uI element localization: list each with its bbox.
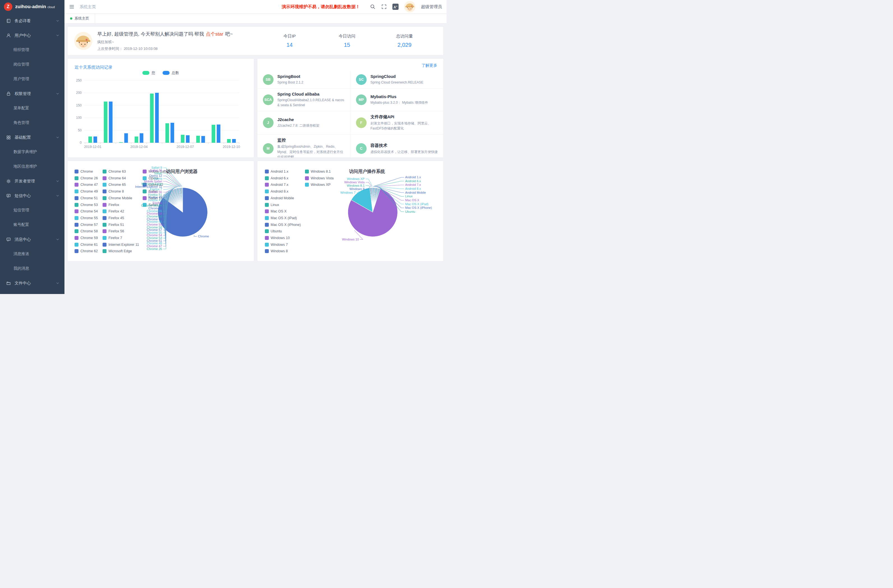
legend-item-Android 7.x[interactable]: Android 7.x (265, 183, 289, 186)
legend-color-swatch (162, 71, 170, 75)
legend-item-Android Mobile[interactable]: Android Mobile (265, 196, 294, 200)
greeting-prefix: 早上好, 超级管理员, 今天帮别人解决问题了吗 帮我 (97, 32, 205, 37)
legend-item-Safari[interactable]: Safari (143, 189, 158, 193)
legend-item-Chrome 51[interactable]: Chrome 51 (75, 196, 98, 200)
fullscreen-icon[interactable] (381, 4, 387, 9)
legend-item-Chrome 58[interactable]: Chrome 58 (75, 229, 98, 233)
sidebar-item-label: 短信中心 (15, 193, 56, 199)
legend-item-Firefox 51[interactable]: Firefox 51 (102, 223, 124, 227)
legend-item-Android 8.x[interactable]: Android 8.x (265, 189, 289, 193)
legend-item-Chrome 55[interactable]: Chrome 55 (75, 216, 98, 220)
legend-item-Opera[interactable]: Opera (143, 176, 158, 180)
stat-today-visits: 今日访问 15 (336, 34, 358, 48)
legend-item-Chrome 61[interactable]: Chrome 61 (75, 243, 98, 247)
legend-item-您[interactable]: 您 (142, 70, 155, 75)
sidebar-subitem[interactable]: 消息推送 (0, 247, 65, 261)
legend-item-Windows XP[interactable]: Windows XP (305, 183, 331, 186)
legend-item-Chrome 26[interactable]: Chrome 26 (75, 176, 98, 180)
legend-label: Mobile Safari (149, 170, 169, 173)
collapse-sidebar-icon[interactable] (69, 4, 75, 9)
sidebar-subitem[interactable]: 菜单配置 (0, 101, 65, 116)
sidebar-subitem[interactable]: 我的消息 (0, 261, 65, 276)
sidebar-subitem[interactable]: 数据字典维护 (0, 144, 65, 159)
pie-slice-Chrome 49 (164, 195, 182, 212)
sidebar-item-3[interactable]: 基础配置 (0, 130, 65, 144)
legend-item-Chrome 59[interactable]: Chrome 59 (75, 236, 98, 240)
legend-item-Opera 12[interactable]: Opera 12 (143, 183, 163, 186)
legend-item-Chrome 63[interactable]: Chrome 63 (102, 170, 126, 173)
legend-item-Android 6.x[interactable]: Android 6.x (265, 176, 289, 180)
legend-item-Chrome 47[interactable]: Chrome 47 (75, 183, 98, 186)
legend-item-Chrome 64[interactable]: Chrome 64 (102, 176, 126, 180)
pie-callout-label: Mac OS X (405, 199, 419, 202)
star-link[interactable]: 点个star (206, 32, 223, 37)
greeting-card: 早上好, 超级管理员, 今天帮别人解决问题了吗 帮我 点个star 吧~ 疯狂加… (67, 26, 444, 56)
legend-item-Linux[interactable]: Linux (265, 203, 279, 207)
pie-slice-Firefox 56 (176, 189, 183, 212)
sidebar-subitem[interactable]: 角色管理 (0, 116, 65, 130)
legend-item-总数[interactable]: 总数 (162, 70, 179, 75)
legend-label: Firefox 51 (108, 223, 124, 227)
greeting-suffix: 吧~ (224, 32, 233, 37)
legend-item-Firefox 42[interactable]: Firefox 42 (102, 209, 124, 213)
sidebar-item-1[interactable]: 用户中心 (0, 28, 65, 43)
search-icon[interactable] (370, 4, 376, 9)
legend-item-Chrome 53[interactable]: Chrome 53 (75, 203, 98, 207)
legend-item-Chrome 49[interactable]: Chrome 49 (75, 189, 98, 193)
legend-item-Android 1.x[interactable]: Android 1.x (265, 170, 289, 173)
legend-item-Firefox 56[interactable]: Firefox 56 (102, 229, 124, 233)
tab-home[interactable]: 系统主页 (65, 14, 95, 23)
breadcrumb[interactable]: 系统主页 (80, 4, 96, 9)
legend-label: Windows 8 (271, 249, 288, 253)
sidebar-item-7[interactable]: 文件中心 (0, 276, 65, 290)
legend-item-Windows 10[interactable]: Windows 10 (265, 236, 290, 240)
legend-item-Chrome Mobile[interactable]: Chrome Mobile (102, 196, 132, 200)
legend-item-Firefox[interactable]: Firefox (102, 203, 119, 207)
pie-slice-Android 6.x (373, 188, 374, 212)
legend-item-Mac OS X (iPhone)[interactable]: Mac OS X (iPhone) (265, 223, 301, 227)
legend-item-Firefox 45[interactable]: Firefox 45 (102, 216, 124, 220)
username[interactable]: 超级管理员 (421, 4, 442, 9)
sidebar-item-6[interactable]: 消息中心 (0, 232, 65, 247)
sidebar-subitem[interactable]: 短信管理 (0, 203, 65, 218)
legend-item-Internet Explorer 11[interactable]: Internet Explorer 11 (102, 243, 139, 247)
sidebar-subitem[interactable]: 组织管理 (0, 43, 65, 57)
legend-item-Chrome[interactable]: Chrome (75, 170, 93, 173)
legend-item-Windows 7[interactable]: Windows 7 (265, 243, 288, 247)
logo-icon: Z (4, 3, 12, 11)
legend-item-Mobile Safari[interactable]: Mobile Safari (143, 170, 169, 173)
sidebar-subitem[interactable]: 岗位管理 (0, 57, 65, 72)
legend-color-swatch (75, 189, 78, 193)
legend-item-Microsoft Edge[interactable]: Microsoft Edge (102, 249, 132, 253)
app-logo[interactable]: Z zuihou-admin cloud (0, 0, 65, 14)
sidebar-item-4[interactable]: 开发者管理 (0, 174, 65, 188)
legend-item-Ubuntu[interactable]: Ubuntu (265, 229, 282, 233)
legend-item-Firefox 7[interactable]: Firefox 7 (102, 236, 122, 240)
legend-item-Windows Vista[interactable]: Windows Vista (305, 176, 334, 180)
svg-text:0: 0 (80, 141, 82, 144)
legend-item-Chrome 8[interactable]: Chrome 8 (102, 189, 124, 193)
bar-您-2019-12-10 (227, 139, 231, 143)
sidebar-subitem[interactable]: 用户管理 (0, 72, 65, 86)
legend-item-Windows 8.1[interactable]: Windows 8.1 (305, 170, 331, 173)
pie-callout-label: Windows Vista (344, 180, 365, 184)
avatar[interactable] (404, 1, 415, 12)
legend-item-Chrome 62[interactable]: Chrome 62 (75, 249, 98, 253)
font-size-icon[interactable]: A+ (392, 4, 398, 10)
pie-slice-Android 7.x (373, 188, 375, 212)
legend-item-Chrome 54[interactable]: Chrome 54 (75, 209, 98, 213)
legend-item-Chrome 57[interactable]: Chrome 57 (75, 223, 98, 227)
legend-item-Windows 8[interactable]: Windows 8 (265, 249, 288, 253)
legend-item-Safari 9[interactable]: Safari 9 (143, 203, 161, 207)
sidebar-subitem[interactable]: 账号配置 (0, 218, 65, 232)
sidebar-item-2[interactable]: 权限管理 (0, 86, 65, 101)
sidebar-item-5[interactable]: 短信中心 (0, 188, 65, 203)
learn-more-link[interactable]: 了解更多 (422, 63, 437, 68)
sidebar-subitem[interactable]: 地区信息维护 (0, 159, 65, 174)
sidebar-item-0[interactable]: 务必详看 (0, 14, 65, 28)
legend-item-Safari 11[interactable]: Safari 11 (143, 196, 162, 200)
legend-item-Mac OS X[interactable]: Mac OS X (265, 209, 287, 213)
pie-slice-Windows 7 (351, 188, 373, 212)
legend-item-Chrome 65[interactable]: Chrome 65 (102, 183, 126, 186)
legend-item-Mac OS X (iPad)[interactable]: Mac OS X (iPad) (265, 216, 297, 220)
